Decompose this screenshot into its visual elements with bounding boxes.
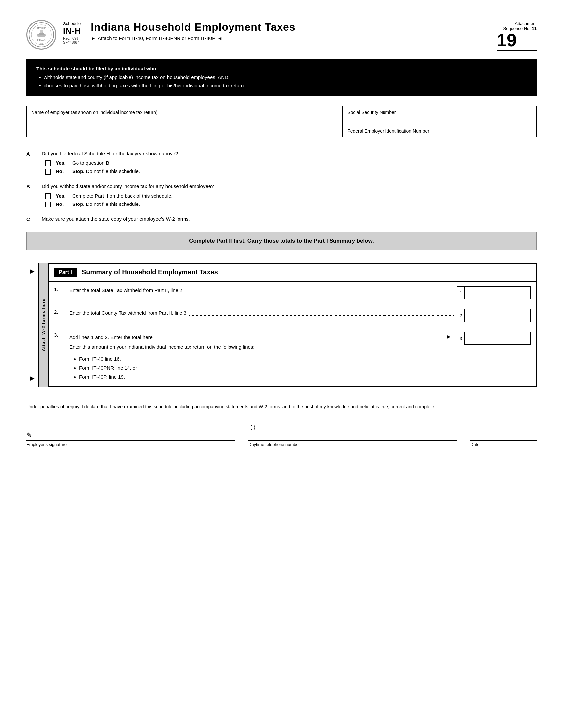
question-c-text: Make sure you attach the state copy of y… — [42, 216, 537, 222]
line2-box-col: 2 — [457, 309, 531, 322]
year-block: Attachment Sequence No. 11 19 — [497, 20, 537, 51]
question-b-row: B Did you withhold state and/or county i… — [26, 183, 537, 209]
part1-box: Part I Summary of Household Employment T… — [48, 263, 537, 387]
signature-row: ✎ Employer's signature ( ) Daytime telep… — [26, 424, 537, 447]
line1-input[interactable] — [464, 286, 531, 299]
phone-col: ( ) Daytime telephone number — [248, 424, 457, 447]
question-c-letter: C — [26, 216, 35, 222]
question-a-no-checkbox[interactable] — [45, 169, 51, 175]
line3-input[interactable] — [464, 332, 531, 345]
line2-desc: Enter the total County Tax withheld from… — [69, 309, 454, 317]
schedule-rev: Rev. 7/98 — [63, 36, 81, 40]
question-a-no-label: No. — [56, 168, 68, 174]
line3-desc: Add lines 1 and 2. Enter the total here … — [69, 332, 454, 382]
part1-label: Part I — [54, 268, 76, 277]
question-a-text: Did you file federal Schedule H for the … — [42, 151, 537, 156]
info-bullet2: • chooses to pay those withholding taxes… — [36, 81, 527, 90]
schedule-sf: SF#48684 — [63, 40, 81, 44]
perjury-text: Under penalties of perjury, I declare th… — [26, 403, 537, 411]
date-label: Date — [470, 442, 537, 447]
part1-title: Summary of Household Employment Taxes — [82, 268, 218, 276]
bullet-it40pnr: Form IT-40PNR line 14, or — [79, 363, 454, 372]
phone-line[interactable]: ( ) — [248, 424, 457, 441]
svg-point-6 — [40, 30, 43, 33]
question-a-yes-desc: Go to question B. — [72, 160, 111, 166]
subtitle-arrow2: ◄ — [217, 35, 222, 41]
question-b-text: Did you withhold state and/or county inc… — [42, 183, 537, 189]
employer-table: Name of employer (as shown on individual… — [26, 106, 537, 137]
schedule-id: IN-H — [63, 26, 81, 36]
pen-icon: ✎ — [26, 431, 32, 439]
part1-header: Part I Summary of Household Employment T… — [49, 264, 536, 282]
schedule-label: Schedule — [63, 21, 81, 26]
phone-placeholder: ( ) — [248, 422, 257, 432]
line1-desc: Enter the total State Tax withheld from … — [69, 286, 454, 294]
line3-bullets: Form IT-40 line 16, Form IT-40PNR line 1… — [69, 354, 454, 381]
line3-num: 3. — [54, 332, 66, 338]
question-a-no-desc: Stop. Do not file this schedule. — [72, 168, 140, 174]
question-b-letter: B — [26, 183, 35, 189]
line2-input[interactable] — [464, 309, 531, 322]
question-c-row: C Make sure you attach the state copy of… — [26, 216, 537, 222]
question-b-yes-row: Yes. Complete Part II on the back of thi… — [45, 193, 537, 199]
fein-label: Federal Employer Identification Number — [348, 128, 429, 134]
line2-number: 2 — [457, 309, 464, 322]
question-b-no-desc: Stop. Do not file this schedule. — [72, 201, 140, 207]
page-header: STATE OF INDIANA 1816 Schedule IN-H Rev.… — [26, 20, 537, 51]
question-b-yes-desc: Complete Part II on the back of this sch… — [72, 193, 172, 199]
top-arrow: ► — [29, 267, 36, 276]
side-label: Attach W-2 forms here — [38, 263, 48, 387]
employer-sig-label: Employer's signature — [26, 442, 235, 447]
question-a-letter: A — [26, 151, 35, 157]
line1-text: Enter the total State Tax withheld from … — [69, 286, 185, 294]
line1-row: 1. Enter the total State Tax withheld fr… — [49, 282, 536, 304]
state-seal: STATE OF INDIANA 1816 — [26, 20, 56, 50]
phone-label: Daytime telephone number — [248, 442, 457, 447]
svg-text:INDIANA: INDIANA — [37, 39, 45, 41]
line3-text: Add lines 1 and 2. Enter the total here — [69, 333, 155, 341]
line2-num: 2. — [54, 309, 66, 315]
question-a-no-row: No. Stop. Do not file this schedule. — [45, 168, 537, 175]
title-block: Indiana Household Employment Taxes ► Att… — [87, 20, 296, 41]
question-b-answers: Yes. Complete Part II on the back of thi… — [45, 193, 537, 207]
info-bullet1: • withholds state and county (if applica… — [36, 73, 527, 82]
question-b-yes-checkbox[interactable] — [45, 193, 51, 199]
question-a-yes-label: Yes. — [56, 160, 68, 166]
question-a-row: A Did you file federal Schedule H for th… — [26, 151, 537, 177]
line1-box-col: 1 — [457, 286, 531, 299]
line2-text: Enter the total County Tax withheld from… — [69, 309, 189, 317]
line1-number: 1 — [457, 286, 464, 299]
svg-text:1816: 1816 — [39, 43, 43, 45]
schedule-block: Schedule IN-H Rev. 7/98 SF#48684 — [63, 21, 81, 44]
question-b-no-label: No. — [56, 201, 68, 207]
date-line[interactable] — [470, 424, 537, 441]
info-line1: This schedule should be filed by an indi… — [36, 65, 527, 73]
subtitle-arrow: ► — [91, 35, 96, 41]
ssn-label: Social Security Number — [348, 110, 396, 115]
questions-section: A Did you file federal Schedule H for th… — [26, 151, 537, 222]
question-a-yes-checkbox[interactable] — [45, 160, 51, 166]
instruction-box: Complete Part II first. Carry those tota… — [26, 232, 537, 250]
employer-name-cell[interactable]: Name of employer (as shown on individual… — [27, 106, 343, 137]
info-box: This schedule should be filed by an indi… — [26, 59, 537, 96]
instruction-text: Complete Part II first. Carry those tota… — [189, 238, 374, 244]
question-a-yes-row: Yes. Go to question B. — [45, 160, 537, 166]
fein-cell[interactable]: Federal Employer Identification Number — [343, 125, 537, 137]
line2-row: 2. Enter the total County Tax withheld f… — [49, 304, 536, 327]
employer-sig-line[interactable]: ✎ — [26, 424, 235, 441]
question-b-no-checkbox[interactable] — [45, 202, 51, 207]
form-subtitle: ► Attach to Form IT-40, Form IT-40PNR or… — [91, 35, 296, 41]
employer-name-label: Name of employer (as shown on individual… — [31, 110, 338, 115]
svg-text:STATE OF: STATE OF — [37, 27, 46, 29]
line3-number: 3 — [457, 332, 464, 345]
question-b-no-row: No. Stop. Do not file this schedule. — [45, 201, 537, 207]
attachment-text: Attachment Sequence No. 11 — [503, 21, 537, 31]
line3-row: 3. Add lines 1 and 2. Enter the total he… — [49, 327, 536, 386]
ssn-cell[interactable]: Social Security Number — [343, 106, 537, 125]
line3-box-col: 3 — [457, 332, 531, 345]
bullet-it40p: Form IT-40P, line 19. — [79, 372, 454, 381]
form-title: Indiana Household Employment Taxes — [91, 21, 296, 33]
bullet-it40: Form IT-40 line 16, — [79, 354, 454, 363]
employer-sig-col: ✎ Employer's signature — [26, 424, 235, 447]
subtitle-text: Attach to Form IT-40, Form IT-40PNR or F… — [98, 35, 215, 41]
